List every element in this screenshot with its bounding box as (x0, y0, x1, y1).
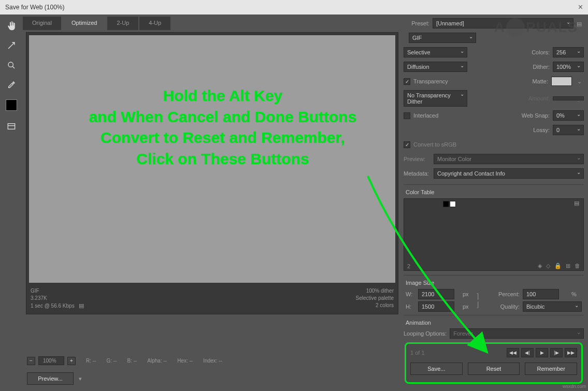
preset-label: Preset: (404, 20, 429, 26)
width-input[interactable] (418, 289, 454, 299)
tab-4up[interactable]: 4-Up (139, 17, 170, 30)
svg-point-0 (8, 62, 13, 67)
view-tabs: Original Optimized 2-Up 4-Up (23, 15, 401, 30)
ct-new-icon[interactable]: ⊞ (566, 263, 570, 269)
ct-icon-1[interactable]: ◈ (538, 263, 542, 269)
looping-dropdown[interactable]: Forever (450, 328, 584, 339)
preset-dropdown[interactable]: [Unnamed] (433, 18, 573, 28)
preview-button[interactable]: Preview... (27, 372, 74, 385)
zoom-value[interactable]: 100% (38, 356, 64, 365)
ct-trash-icon[interactable]: 🗑 (575, 263, 580, 269)
svg-rect-1 (8, 124, 15, 129)
anim-first-button[interactable]: ◀◀ (507, 348, 519, 357)
anim-last-button[interactable]: ▶▶ (565, 348, 577, 357)
info-index: Index: -- (203, 358, 222, 364)
transparency-checkbox[interactable] (404, 78, 410, 85)
matte-menu-icon[interactable]: ⌄ (575, 78, 584, 85)
tab-original[interactable]: Original (23, 17, 61, 30)
slice-tool-icon[interactable] (4, 38, 19, 53)
reset-button[interactable]: Reset (468, 363, 520, 375)
anim-prev-button[interactable]: ◀| (521, 348, 534, 357)
dither-method-dropdown[interactable]: Diffusion (404, 62, 467, 72)
anim-next-button[interactable]: |▶ (550, 348, 563, 357)
lossy-dropdown[interactable]: 0 (553, 125, 584, 135)
dither-dropdown[interactable]: 100% (553, 62, 584, 72)
quality-dropdown[interactable]: Bicubic (523, 301, 582, 312)
foreground-color-swatch[interactable] (6, 99, 17, 111)
window-title: Save for Web (100%) (5, 4, 65, 11)
preset-flyout-icon[interactable] (577, 21, 584, 26)
remember-button[interactable]: Remember (525, 363, 577, 375)
transparency-dither-dropdown[interactable]: No Transparency Dither (404, 90, 467, 107)
highlighted-controls: 1 of 1 ◀◀ ◀| ▶ |▶ ▶▶ Save... Reset Remem… (405, 342, 583, 384)
preview-dropdown[interactable]: Monitor Color (434, 154, 584, 164)
info-hex: Hex: -- (177, 358, 193, 364)
anim-play-button[interactable]: ▶ (536, 348, 548, 357)
info-r: R: -- (86, 358, 96, 364)
ct-icon-3[interactable]: 🔒 (554, 263, 562, 269)
info-alpha: Alpha: -- (147, 358, 167, 364)
matte-swatch[interactable] (551, 77, 572, 86)
websnap-dropdown[interactable]: 0% (553, 110, 584, 121)
zoom-out-button[interactable]: − (27, 357, 35, 365)
color-count: 2 (407, 263, 410, 269)
color-swatch-0[interactable] (443, 201, 449, 207)
amount-dropdown (553, 96, 584, 100)
percent-input[interactable] (523, 289, 559, 299)
tool-strip (0, 15, 23, 391)
reduction-dropdown[interactable]: Selective (404, 47, 467, 57)
colors-dropdown[interactable]: 256 (553, 47, 584, 57)
interlaced-checkbox[interactable] (404, 112, 410, 119)
canvas-meta-right: 100% dither Selective palette 2 colors (356, 287, 394, 310)
format-dropdown[interactable]: GIF (409, 33, 476, 43)
zoom-in-button[interactable]: + (67, 357, 76, 365)
hand-tool-icon[interactable] (4, 19, 19, 33)
tab-optimized[interactable]: Optimized (62, 17, 107, 30)
color-table-menu-icon[interactable] (574, 200, 581, 205)
info-b: B: -- (127, 358, 137, 364)
timing-menu-icon[interactable] (79, 302, 86, 307)
color-swatch-1[interactable] (450, 201, 456, 207)
canvas-meta-left: GIF 3.237K 1 sec @ 56.6 Kbps (31, 287, 356, 310)
height-input[interactable] (418, 301, 454, 312)
animation-header: Animation (404, 317, 584, 328)
eyedropper-tool-icon[interactable] (4, 78, 19, 92)
link-dimensions-icon[interactable]: ⌉⌋ (476, 292, 485, 309)
info-bar: − 100% + R: -- G: -- B: -- Alpha: -- Hex… (23, 353, 401, 368)
source-tag: wsxdn.com (563, 384, 586, 389)
zoom-tool-icon[interactable] (4, 58, 19, 73)
close-icon[interactable]: × (578, 3, 583, 12)
settings-panel: Preset: [Unnamed] GIF Selective Colors: … (401, 15, 588, 391)
tab-2up[interactable]: 2-Up (107, 17, 138, 30)
browser-menu-icon[interactable]: ▾ (79, 375, 82, 382)
info-g: G: -- (106, 358, 117, 364)
image-size-header: Image Size (404, 278, 584, 288)
ct-icon-2[interactable]: ◇ (546, 263, 550, 269)
srgb-checkbox[interactable] (404, 141, 410, 148)
color-table[interactable]: 2 ◈ ◇ 🔒 ⊞ 🗑 (404, 198, 584, 271)
title-bar: Save for Web (100%) × (0, 0, 588, 15)
preview-canvas[interactable] (29, 35, 395, 283)
preview-canvas-frame: GIF 3.237K 1 sec @ 56.6 Kbps 100% dither… (26, 32, 398, 314)
toggle-slices-icon[interactable] (4, 119, 19, 134)
metadata-dropdown[interactable]: Copyright and Contact Info (434, 168, 584, 179)
frame-indicator: 1 of 1 (410, 350, 431, 356)
save-button[interactable]: Save... (410, 363, 463, 375)
color-table-header: Color Table (404, 187, 584, 197)
